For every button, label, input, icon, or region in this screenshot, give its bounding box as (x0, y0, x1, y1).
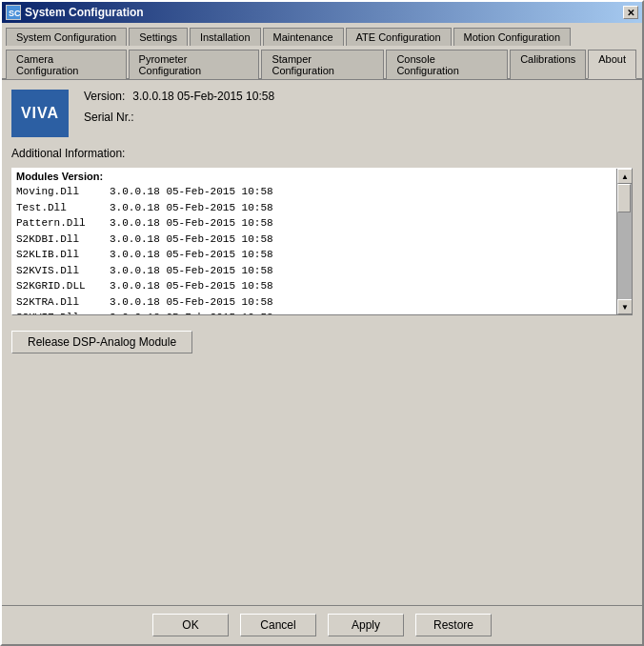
version-label: Version: (84, 90, 125, 103)
tab-container: System Configuration Settings Installati… (2, 23, 642, 80)
module-row: Test.Dll 3.0.0.18 05-Feb-2015 10:58 (16, 200, 613, 216)
module-name: S2KVIS.Dll (16, 263, 102, 279)
bottom-bar: OK Cancel Apply Restore (2, 605, 642, 644)
additional-info-label: Additional Information: (11, 147, 633, 160)
title-bar: SC System Configuration ✕ (2, 2, 642, 23)
tab-ate-configuration[interactable]: ATE Configuration (346, 28, 452, 46)
module-name: Moving.Dll (16, 184, 102, 200)
module-version: 3.0.0.18 05-Feb-2015 10:58 (110, 278, 613, 294)
svg-text:SC: SC (9, 9, 20, 18)
logo-section: VIVA Version: 3.0.0.18 05-Feb-2015 10:58… (11, 90, 633, 137)
apply-button[interactable]: Apply (328, 614, 404, 636)
scroll-up-button[interactable]: ▲ (617, 169, 633, 184)
scroll-thumb[interactable] (617, 184, 631, 212)
module-name: Test.Dll (16, 200, 102, 216)
serial-label: Serial Nr.: (84, 111, 134, 124)
tab-console-configuration[interactable]: Console Configuration (386, 50, 508, 79)
module-row: S2KWIZ.Dll 3.0.0.18 05-Feb-2015 10:58 (16, 310, 613, 314)
tab-calibrations[interactable]: Calibrations (510, 50, 586, 79)
close-button[interactable]: ✕ (623, 6, 638, 19)
module-version: 3.0.0.18 05-Feb-2015 10:58 (110, 184, 613, 200)
module-row: S2KLIB.Dll 3.0.0.18 05-Feb-2015 10:58 (16, 247, 613, 263)
version-value: 3.0.0.18 05-Feb-2015 10:58 (132, 90, 274, 103)
module-version: 3.0.0.18 05-Feb-2015 10:58 (110, 232, 613, 248)
module-version: 3.0.0.18 05-Feb-2015 10:58 (110, 310, 613, 314)
module-name: Pattern.Dll (16, 215, 102, 232)
tab-stamper-configuration[interactable]: Stamper Configuration (261, 50, 384, 79)
main-window: SC System Configuration ✕ System Configu… (0, 0, 644, 646)
module-row: Pattern.Dll 3.0.0.18 05-Feb-2015 10:58 (16, 215, 613, 232)
ok-button[interactable]: OK (152, 614, 229, 636)
module-row: Moving.Dll 3.0.0.18 05-Feb-2015 10:58 (16, 184, 613, 200)
tab-system-configuration[interactable]: System Configuration (6, 28, 127, 46)
logo-info: Version: 3.0.0.18 05-Feb-2015 10:58 Seri… (84, 90, 274, 124)
modules-box: Modules Version: Moving.Dll 3.0.0.18 05-… (11, 168, 633, 315)
spacer (11, 359, 633, 596)
module-row: S2KDBI.Dll 3.0.0.18 05-Feb-2015 10:58 (16, 232, 613, 248)
module-version: 3.0.0.18 05-Feb-2015 10:58 (110, 247, 613, 263)
cancel-button[interactable]: Cancel (240, 614, 316, 636)
title-bar-left: SC System Configuration (6, 5, 144, 20)
tab-installation[interactable]: Installation (190, 28, 261, 46)
tab-camera-configuration[interactable]: Camera Configuration (6, 50, 127, 79)
app-icon: SC (6, 5, 21, 20)
module-version: 3.0.0.18 05-Feb-2015 10:58 (110, 294, 613, 311)
serial-line: Serial Nr.: (84, 111, 274, 124)
module-version: 3.0.0.18 05-Feb-2015 10:58 (110, 215, 613, 232)
tab-row-2: Camera Configuration Pyrometer Configura… (2, 45, 642, 80)
tab-about[interactable]: About (588, 50, 636, 79)
module-row: S2KVIS.Dll 3.0.0.18 05-Feb-2015 10:58 (16, 263, 613, 279)
tab-row-1: System Configuration Settings Installati… (2, 23, 642, 45)
modules-content[interactable]: Modules Version: Moving.Dll 3.0.0.18 05-… (12, 169, 616, 314)
module-row: S2KTRA.Dll 3.0.0.18 05-Feb-2015 10:58 (16, 294, 613, 311)
version-line: Version: 3.0.0.18 05-Feb-2015 10:58 (84, 90, 274, 103)
module-version: 3.0.0.18 05-Feb-2015 10:58 (110, 200, 613, 216)
module-name: S2KWIZ.Dll (16, 310, 102, 314)
scroll-track (617, 184, 632, 299)
tab-pyrometer-configuration[interactable]: Pyrometer Configuration (129, 50, 260, 79)
scrollbar: ▲ ▼ (616, 169, 632, 314)
module-name: S2KLIB.Dll (16, 247, 102, 263)
module-row: S2KGRID.DLL 3.0.0.18 05-Feb-2015 10:58 (16, 278, 613, 294)
tab-settings[interactable]: Settings (129, 28, 188, 46)
modules-header: Modules Version: (16, 171, 613, 182)
restore-button[interactable]: Restore (415, 614, 492, 636)
module-name: S2KDBI.Dll (16, 232, 102, 248)
release-btn-area: Release DSP-Analog Module (11, 331, 633, 353)
tab-maintenance[interactable]: Maintenance (263, 28, 344, 46)
tab-motion-configuration[interactable]: Motion Configuration (453, 28, 572, 46)
scroll-down-button[interactable]: ▼ (617, 299, 633, 314)
module-name: S2KGRID.DLL (16, 278, 102, 294)
window-title: System Configuration (25, 6, 144, 19)
content-area: VIVA Version: 3.0.0.18 05-Feb-2015 10:58… (2, 80, 642, 605)
viva-logo: VIVA (11, 90, 69, 137)
release-dsp-button[interactable]: Release DSP-Analog Module (11, 331, 192, 353)
module-version: 3.0.0.18 05-Feb-2015 10:58 (110, 263, 613, 279)
module-name: S2KTRA.Dll (16, 294, 102, 311)
